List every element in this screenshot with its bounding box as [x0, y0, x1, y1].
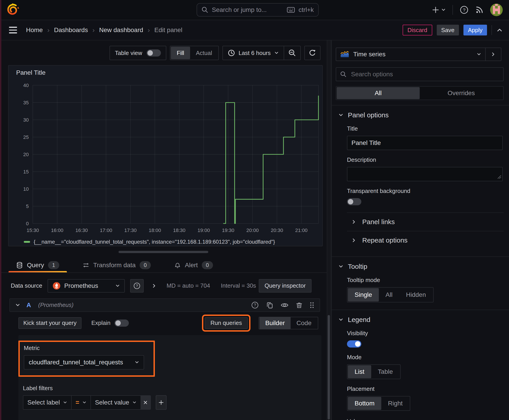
chevron-down-icon [132, 400, 137, 405]
pane-resize-handle[interactable] [119, 251, 208, 253]
legend-mode-label: Mode [347, 354, 504, 361]
tooltip-mode-segment: Single All Hidden [347, 287, 433, 302]
avatar[interactable] [490, 4, 503, 16]
query-inspector-button[interactable]: Query inspector [259, 279, 312, 292]
options-tab-all[interactable]: All [337, 87, 420, 99]
datasource-name: Prometheus [64, 282, 98, 289]
explain-switch[interactable] [114, 320, 129, 327]
query-ref-id: A [26, 301, 31, 309]
code-option[interactable]: Code [291, 317, 317, 329]
main-scrollbar[interactable] [327, 40, 331, 420]
metric-select[interactable]: cloudflared_tunnel_total_requests [24, 355, 144, 369]
tooltip-header[interactable]: Tooltip [336, 257, 504, 270]
select-label-dropdown[interactable]: Select label [23, 396, 71, 409]
explain-label: Explain [91, 320, 110, 326]
transparent-background-switch[interactable] [347, 198, 361, 205]
operator-dropdown[interactable]: = [71, 396, 91, 409]
datasource-help-button[interactable]: ? [130, 279, 144, 292]
panel-description-textarea[interactable] [347, 167, 503, 181]
search-placeholder: Search or jump to... [212, 6, 283, 14]
breadcrumb-home[interactable]: Home [26, 26, 43, 34]
help-icon[interactable]: ? [460, 5, 469, 14]
add-filter-button[interactable] [156, 395, 167, 410]
all-overrides-segment: All Overrides [336, 86, 504, 100]
time-range-picker[interactable]: Last 6 hours [223, 46, 284, 60]
panel-links-section[interactable]: Panel links [336, 213, 504, 231]
apply-button[interactable]: Apply [463, 25, 487, 36]
panel-options-heading: Panel options [348, 111, 389, 119]
tab-query[interactable]: Query 1 [8, 258, 67, 272]
tab-transform-label: Transform data [93, 262, 136, 269]
news-rss-icon[interactable] [475, 6, 483, 14]
svg-text:17:30: 17:30 [124, 227, 137, 233]
legend-series-name[interactable]: {__name__="cloudflared_tunnel_total_requ… [34, 239, 275, 245]
svg-text:15: 15 [23, 169, 29, 174]
options-pane: Panel options Title Description [332, 105, 509, 420]
search-options-box[interactable] [336, 67, 504, 81]
resize-grip-icon[interactable] [497, 175, 501, 179]
collapse-query-icon[interactable] [15, 303, 20, 308]
expand-stats-icon[interactable] [152, 283, 157, 288]
global-search-input[interactable]: Search or jump to... ctrl+k [197, 3, 319, 17]
save-button[interactable]: Save [437, 25, 459, 36]
svg-text:0: 0 [26, 221, 29, 226]
repeat-options-section[interactable]: Repeat options [336, 231, 504, 249]
add-menu-button[interactable] [432, 7, 446, 13]
remove-filter-button[interactable] [140, 396, 150, 409]
breadcrumb-dashboards[interactable]: Dashboards [54, 26, 88, 34]
query-help-icon[interactable]: ? [251, 301, 259, 309]
metric-value: cloudflared_tunnel_total_requests [29, 359, 131, 366]
discard-button[interactable]: Discard [403, 25, 432, 36]
table-view-toggle-group[interactable]: Table view [109, 46, 166, 60]
tooltip-mode-single[interactable]: Single [348, 288, 379, 301]
datasource-picker[interactable]: Prometheus [48, 279, 125, 292]
legend-placement-bottom[interactable]: Bottom [348, 397, 381, 410]
breadcrumb-new-dashboard[interactable]: New dashboard [99, 26, 143, 34]
builder-option[interactable]: Builder [259, 317, 291, 329]
panel-title-input[interactable] [347, 136, 503, 150]
select-value-dropdown[interactable]: Select value [91, 396, 140, 409]
chart-legend[interactable]: {__name__="cloudflared_tunnel_total_requ… [24, 239, 322, 245]
refresh-button[interactable] [304, 46, 320, 60]
keyboard-icon [287, 7, 295, 13]
viz-type-select[interactable]: Time series [336, 48, 485, 60]
svg-text:20: 20 [23, 152, 29, 157]
tooltip-mode-label: Tooltip mode [347, 277, 504, 284]
duplicate-query-icon[interactable] [266, 301, 273, 309]
metric-label: Metric [24, 345, 153, 352]
query-stats: MD = auto = 704 Interval = 30s [167, 282, 256, 289]
table-view-switch[interactable] [146, 49, 161, 57]
hide-query-icon[interactable] [281, 302, 289, 308]
legend-mode-table[interactable]: Table [371, 365, 400, 378]
fill-option[interactable]: Fill [171, 47, 190, 59]
run-queries-button[interactable]: Run queries [205, 317, 248, 329]
clock-icon [228, 49, 235, 57]
tab-alert[interactable]: Alert 0 [167, 258, 220, 272]
timeseries-chart[interactable]: 051015202530354015:3016:0016:3017:0017:3… [11, 80, 322, 237]
legend-header[interactable]: Legend [336, 310, 504, 323]
menu-toggle-icon[interactable] [9, 27, 17, 33]
tooltip-mode-hidden[interactable]: Hidden [399, 288, 433, 301]
panel-options-header[interactable]: Panel options [336, 105, 504, 119]
options-tab-overrides[interactable]: Overrides [420, 87, 503, 99]
panel-title[interactable]: Panel Title [8, 69, 322, 76]
scrollbar-thumb[interactable] [328, 315, 330, 420]
tooltip-mode-all[interactable]: All [379, 288, 399, 301]
collapse-header-icon[interactable] [496, 27, 503, 33]
zoom-out-button[interactable] [284, 46, 300, 60]
legend-visibility-switch[interactable] [347, 340, 361, 347]
search-options-input[interactable] [350, 70, 499, 78]
delete-query-icon[interactable] [296, 301, 303, 309]
drag-query-handle[interactable] [310, 301, 314, 309]
viz-suggestions-button[interactable] [485, 48, 501, 60]
kick-start-button[interactable]: Kick start your query [18, 317, 82, 329]
legend-placement-right[interactable]: Right [381, 397, 409, 410]
svg-text:5: 5 [26, 203, 29, 209]
actual-option[interactable]: Actual [190, 47, 218, 59]
chevron-right-icon: › [92, 26, 95, 34]
query-row-header[interactable]: A (Prometheus) ? [9, 298, 320, 312]
grafana-logo[interactable] [6, 3, 20, 17]
tab-transform-data[interactable]: Transform data 0 [75, 258, 159, 272]
svg-text:10: 10 [23, 186, 29, 192]
legend-mode-list[interactable]: List [348, 365, 371, 378]
